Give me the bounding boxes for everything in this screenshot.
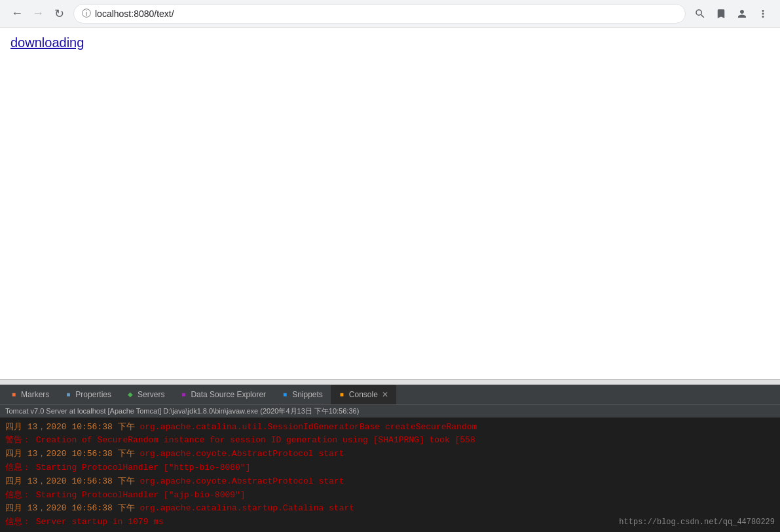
console-line-7: 四月 13，2020 10:56:38 下午 org.apache.catali… bbox=[5, 502, 775, 516]
datasource-icon: ■ bbox=[179, 390, 188, 399]
markers-icon: ■ bbox=[9, 390, 18, 399]
console-text-8: Server startup in 1079 ms bbox=[31, 517, 164, 527]
servers-icon: ◆ bbox=[126, 390, 135, 399]
tab-servers-label: Servers bbox=[138, 390, 164, 399]
toolbar-icons bbox=[691, 5, 772, 23]
tab-datasource-label: Data Source Explorer bbox=[191, 390, 266, 399]
console-date-7: 四月 13，2020 10:56:38 下午 bbox=[5, 503, 135, 513]
panel-divider[interactable] bbox=[0, 380, 780, 385]
browser-toolbar: ← → ↻ ⓘ bbox=[0, 0, 780, 27]
snippets-icon: ■ bbox=[280, 390, 289, 399]
tab-datasource[interactable]: ■ Data Source Explorer bbox=[172, 385, 272, 404]
console-icon: ■ bbox=[337, 390, 346, 399]
forward-button[interactable]: → bbox=[29, 5, 47, 23]
console-line-5: 四月 13，2020 10:56:38 下午 org.apache.coyote… bbox=[5, 475, 775, 489]
console-text-6: Starting ProtocolHandler ["ajp-bio-8009"… bbox=[31, 490, 246, 500]
tab-markers-label: Markers bbox=[21, 390, 49, 399]
url-input[interactable] bbox=[95, 9, 677, 19]
tab-properties[interactable]: ■ Properties bbox=[57, 385, 118, 404]
console-text-3: org.apache.coyote.AbstractProtocol start bbox=[135, 449, 344, 459]
reload-button[interactable]: ↻ bbox=[50, 5, 68, 23]
console-text-4: Starting ProtocolHandler ["http-bio-8080… bbox=[31, 463, 250, 472]
tab-console[interactable]: ■ Console ✕ bbox=[331, 385, 396, 404]
address-bar[interactable]: ⓘ bbox=[73, 4, 686, 24]
console-line-6: 信息： Starting ProtocolHandler ["ajp-bio-8… bbox=[5, 489, 775, 503]
console-line-2: 警告： Creation of SecureRandom instance fo… bbox=[5, 434, 775, 448]
tab-markers[interactable]: ■ Markers bbox=[3, 385, 56, 404]
tab-snippets-label: Snippets bbox=[292, 390, 323, 399]
watermark: https://blog.csdn.net/qq_44780229 bbox=[619, 518, 775, 527]
console-date-3: 四月 13，2020 10:56:38 下午 bbox=[5, 449, 135, 459]
tabs-bar: ■ Markers ■ Properties ◆ Servers ■ Data … bbox=[0, 385, 780, 404]
back-button[interactable]: ← bbox=[8, 5, 26, 23]
tab-console-label: Console bbox=[349, 390, 378, 399]
tab-snippets[interactable]: ■ Snippets bbox=[274, 385, 329, 404]
ide-bottom-panel: ■ Markers ■ Properties ◆ Servers ■ Data … bbox=[0, 385, 780, 532]
nav-buttons: ← → ↻ bbox=[8, 5, 68, 23]
console-date-5: 四月 13，2020 10:56:38 下午 bbox=[5, 476, 135, 486]
account-button[interactable] bbox=[733, 5, 751, 23]
tab-properties-label: Properties bbox=[75, 390, 111, 399]
browser-content: downloading bbox=[0, 27, 780, 380]
tab-servers[interactable]: ◆ Servers bbox=[119, 385, 171, 404]
console-line-3: 四月 13，2020 10:56:38 下午 org.apache.coyote… bbox=[5, 448, 775, 461]
zoom-button[interactable] bbox=[691, 5, 709, 23]
console-info-8: 信息： bbox=[5, 517, 31, 527]
console-text-5: org.apache.coyote.AbstractProtocol start bbox=[135, 476, 344, 486]
console-text-2: Creation of SecureRandom instance for se… bbox=[31, 435, 475, 445]
console-text-7: org.apache.catalina.startup.Catalina sta… bbox=[135, 503, 354, 513]
console-line-1: 四月 13，2020 10:56:38 下午 org.apache.catali… bbox=[5, 421, 775, 434]
console-output: 四月 13，2020 10:56:38 下午 org.apache.catali… bbox=[0, 418, 780, 532]
console-info-6: 信息： bbox=[5, 490, 31, 500]
downloading-link[interactable]: downloading bbox=[10, 35, 84, 50]
console-warn-2: 警告： bbox=[5, 435, 31, 445]
properties-icon: ■ bbox=[64, 390, 73, 399]
bookmark-button[interactable] bbox=[712, 5, 730, 23]
menu-button[interactable] bbox=[754, 5, 772, 23]
server-status-bar: Tomcat v7.0 Server at localhost [Apache … bbox=[0, 404, 780, 418]
console-close-button[interactable]: ✕ bbox=[381, 390, 390, 399]
console-text-1: org.apache.catalina.util.SessionIdGenera… bbox=[135, 422, 477, 432]
server-status-text: Tomcat v7.0 Server at localhost [Apache … bbox=[5, 407, 359, 415]
console-date-1: 四月 13，2020 10:56:38 下午 bbox=[5, 422, 135, 432]
security-icon: ⓘ bbox=[82, 8, 91, 20]
console-info-4: 信息： bbox=[5, 463, 31, 472]
console-line-4: 信息： Starting ProtocolHandler ["http-bio-… bbox=[5, 461, 775, 475]
